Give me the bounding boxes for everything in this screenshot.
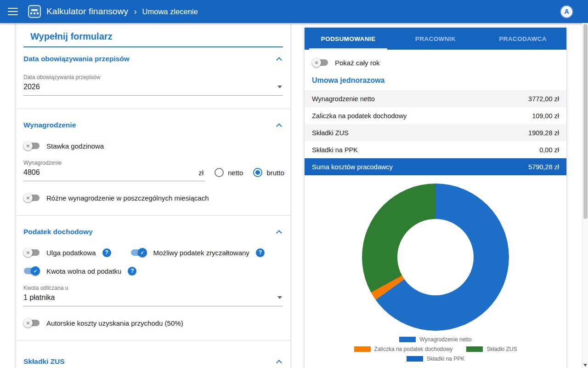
- radio-netto-label: netto: [228, 169, 243, 177]
- row-value: 109,00 zł: [532, 112, 559, 120]
- results-subtitle: Umowa jednorazowa: [312, 76, 559, 85]
- salary-field-label: Wynagrodzenie: [23, 160, 204, 166]
- section-header-salary[interactable]: Wynagrodzenie: [23, 121, 283, 129]
- legend-swatch-ppk: [407, 356, 423, 362]
- caret-down-icon[interactable]: [277, 86, 282, 88]
- breadcrumb-current: Umowa zlecenie: [142, 7, 198, 16]
- monthly-variation-toggle-row: Różne wynagrodzenie w poszczególnych mie…: [23, 193, 283, 202]
- section-title-zus: Składki ZUS: [23, 357, 65, 366]
- legend-item-netto[interactable]: Wynagrodzenie netto: [399, 336, 471, 343]
- hourly-rate-toggle-row: Stawka godzinowa: [23, 141, 283, 150]
- section-title-salary: Wynagrodzenie: [23, 121, 76, 129]
- form-panel: Wypełnij formularz Data obowiązywania pr…: [16, 23, 290, 368]
- monthly-variation-label: Różne wynagrodzenie w poszczególnych mie…: [46, 194, 209, 202]
- free-amount-switch[interactable]: [23, 266, 40, 276]
- hourly-rate-label: Stawka godzinowa: [46, 142, 104, 150]
- date-field-value: 2026: [23, 83, 40, 91]
- legend-swatch-zus: [466, 346, 483, 352]
- show-full-year-switch[interactable]: [312, 58, 328, 67]
- scrollbar-down-arrow-icon[interactable]: [583, 364, 587, 367]
- author-costs-label: Autorskie koszty uzyskania przychodu (50…: [46, 319, 183, 327]
- section-title-tax: Podatek dochodowy: [23, 228, 93, 236]
- free-amount-toggle-row: Kwota wolna od podatku: [23, 266, 283, 276]
- legend-label: Wynagrodzenie netto: [419, 336, 471, 343]
- tab-pracownik[interactable]: PRACOWNIK: [392, 28, 479, 50]
- legend-label: Składki na PPK: [427, 356, 465, 362]
- calculator-logo-icon: [28, 5, 41, 18]
- section-header-tax[interactable]: Podatek dochodowy: [23, 228, 283, 236]
- chevron-up-icon[interactable]: [276, 123, 282, 129]
- chevron-up-icon[interactable]: [276, 57, 282, 63]
- tax-toggles-row: Ulga podatkowa Możliwy podatek zryczałto…: [23, 248, 283, 257]
- show-full-year-label: Pokaż cały rok: [335, 59, 380, 67]
- donut-chart-hole: [397, 219, 474, 295]
- donut-chart-wrap: [362, 184, 509, 331]
- table-row: Składki na PPK 0,00 zł: [305, 141, 566, 158]
- update-badge-icon[interactable]: A: [561, 6, 572, 17]
- radio-option-netto[interactable]: netto: [215, 168, 243, 181]
- scrollbar-thumb[interactable]: [583, 24, 588, 219]
- radio-brutto-icon[interactable]: [253, 168, 262, 177]
- deduction-select-field[interactable]: Kwota odliczana u 1 płatnika: [23, 285, 283, 306]
- results-panel: PODSUMOWANIE PRACOWNIK PRACODAWCA Pokaż …: [305, 28, 566, 368]
- section-header-date[interactable]: Data obowiązywania przepisów: [23, 55, 283, 63]
- currency-suffix: zł: [198, 169, 204, 177]
- monthly-variation-switch[interactable]: [23, 193, 40, 202]
- row-label: Wynagrodzenie netto: [312, 95, 375, 103]
- salary-field-row: Wynagrodzenie zł netto brutto: [23, 160, 283, 181]
- flat-tax-label: Możliwy podatek zryczałtowany: [153, 249, 249, 257]
- legend-label: Zaliczka na podatek dochodowy: [374, 346, 453, 352]
- flat-tax-toggle-group: Możliwy podatek zryczałtowany: [130, 248, 265, 257]
- row-label: Składki ZUS: [312, 129, 349, 137]
- form-title: Wypełnij formularz: [30, 31, 283, 42]
- date-field-label: Data obowiązywania przepisów: [23, 74, 283, 80]
- author-costs-toggle-row: Autorskie koszty uzyskania przychodu (50…: [23, 318, 283, 328]
- radio-netto-icon[interactable]: [215, 168, 224, 177]
- section-divider: [16, 340, 290, 341]
- tab-pracodawca[interactable]: PRACODAWCA: [479, 28, 566, 50]
- legend-swatch-zaliczka: [354, 346, 371, 352]
- deduction-field-label: Kwota odliczana u: [23, 285, 283, 291]
- author-costs-switch[interactable]: [23, 318, 40, 328]
- tab-podsumowanie[interactable]: PODSUMOWANIE: [305, 28, 392, 50]
- tax-relief-toggle-group: Ulga podatkowa: [23, 248, 111, 257]
- form-title-divider: [23, 46, 283, 47]
- flat-tax-switch[interactable]: [130, 248, 147, 257]
- caret-down-icon[interactable]: [277, 296, 282, 299]
- help-icon[interactable]: [102, 248, 111, 257]
- deduction-field-value: 1 płatnika: [23, 293, 55, 302]
- total-row-value: 5790,28 zł: [528, 163, 559, 171]
- chart-legend: Wynagrodzenie netto Zaliczka na podatek …: [305, 336, 566, 362]
- legend-item-zus[interactable]: Składki ZUS: [466, 346, 517, 352]
- show-full-year-toggle-row: Pokaż cały rok: [312, 58, 559, 67]
- chevron-up-icon[interactable]: [276, 230, 282, 236]
- row-label: Zaliczka na podatek dochodowy: [312, 112, 407, 120]
- chevron-up-icon[interactable]: [276, 360, 282, 366]
- menu-icon[interactable]: [8, 8, 18, 15]
- app-title[interactable]: Kalkulator finansowy: [46, 6, 128, 17]
- help-icon[interactable]: [256, 248, 265, 257]
- section-divider: [16, 215, 290, 216]
- radio-brutto-label: brutto: [266, 169, 284, 177]
- vertical-scrollbar[interactable]: [582, 23, 588, 368]
- results-tab-bar: PODSUMOWANIE PRACOWNIK PRACODAWCA: [305, 28, 566, 50]
- section-header-zus[interactable]: Składki ZUS: [23, 357, 283, 366]
- date-select-field[interactable]: Data obowiązywania przepisów 2026: [23, 74, 283, 96]
- tax-relief-switch[interactable]: [23, 248, 40, 257]
- table-row: Zaliczka na podatek dochodowy 109,00 zł: [305, 107, 566, 124]
- salary-field[interactable]: Wynagrodzenie zł: [23, 160, 204, 181]
- radio-option-brutto[interactable]: brutto: [253, 168, 284, 181]
- legend-swatch-netto: [399, 337, 416, 342]
- legend-item-ppk[interactable]: Składki na PPK: [407, 356, 465, 362]
- row-label: Składki na PPK: [312, 146, 358, 154]
- hourly-rate-switch[interactable]: [23, 141, 40, 150]
- legend-label: Składki ZUS: [486, 346, 517, 352]
- salary-input[interactable]: [23, 168, 124, 177]
- help-icon[interactable]: [128, 267, 136, 276]
- section-divider: [16, 109, 290, 109]
- app-bar: Kalkulator finansowy › Umowa zlecenie A: [0, 0, 588, 23]
- legend-item-zaliczka[interactable]: Zaliczka na podatek dochodowy: [354, 346, 453, 352]
- row-value: 3772,00 zł: [528, 95, 559, 103]
- row-value: 1909,28 zł: [528, 129, 559, 137]
- tax-relief-label: Ulga podatkowa: [46, 249, 96, 257]
